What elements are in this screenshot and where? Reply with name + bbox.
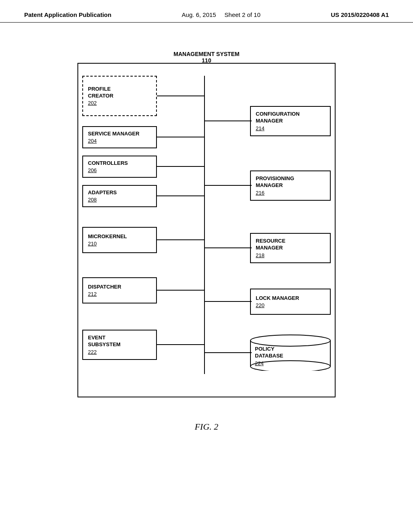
dispatcher-number: 212	[88, 291, 97, 297]
provisioning-manager-number: 216	[256, 190, 265, 196]
event-subsystem-label: EVENTSUBSYSTEM	[88, 335, 121, 348]
service-manager-box: SERVICE MANAGER 204	[82, 126, 157, 148]
service-manager-number: 204	[88, 138, 97, 144]
adapters-number: 208	[88, 197, 97, 203]
controllers-box: CONTROLLERS 206	[82, 156, 157, 178]
adapters-label: ADAPTERS	[88, 189, 117, 196]
microkernel-number: 210	[88, 241, 97, 247]
patent-number: US 2015/0220408 A1	[331, 11, 389, 18]
page-header: Patent Application Publication Aug. 6, 2…	[0, 0, 413, 23]
figure-caption: FIG. 2	[0, 422, 413, 432]
config-manager-number: 214	[256, 125, 265, 131]
sheet-info: Sheet 2 of 10	[225, 11, 261, 18]
profile-creator-number: 202	[88, 100, 97, 106]
resource-manager-box: RESOURCEMANAGER 218	[250, 233, 331, 263]
provisioning-manager-box: PROVISIONINGMANAGER 216	[250, 170, 331, 201]
lock-manager-number: 220	[256, 302, 265, 308]
diagram-container: MANAGEMENT SYSTEM 110 PROFILECREATOR 202…	[0, 23, 413, 418]
controllers-number: 206	[88, 167, 97, 173]
policy-db-label: POLICYDATABASE	[255, 346, 331, 360]
microkernel-label: MICROKERNEL	[88, 233, 127, 240]
dispatcher-box: DISPATCHER 212	[82, 277, 157, 303]
patent-publication-label: Patent Application Publication	[24, 11, 111, 18]
header-center-info: Aug. 6, 2015 Sheet 2 of 10	[182, 11, 261, 18]
profile-creator-label: PROFILECREATOR	[88, 86, 113, 100]
configuration-manager-box: CONFIGURATIONMANAGER 214	[250, 106, 331, 136]
policy-database-box: POLICYDATABASE 224	[250, 335, 331, 371]
controllers-label: CONTROLLERS	[88, 160, 128, 167]
lock-manager-label: LOCK MANAGER	[256, 295, 299, 302]
microkernel-box: MICROKERNEL 210	[82, 227, 157, 253]
config-manager-label: CONFIGURATIONMANAGER	[256, 111, 300, 125]
publication-date: Aug. 6, 2015	[182, 11, 216, 18]
management-system-title: MANAGEMENT SYSTEM 110	[173, 51, 239, 64]
service-manager-label: SERVICE MANAGER	[88, 131, 140, 137]
main-diagram: MANAGEMENT SYSTEM 110 PROFILECREATOR 202…	[69, 47, 344, 409]
dispatcher-label: DISPATCHER	[88, 284, 121, 291]
outer-box-number: 110	[173, 57, 239, 64]
event-subsystem-number: 222	[88, 349, 97, 355]
policy-db-number: 224	[255, 360, 331, 366]
adapters-box: ADAPTERS 208	[82, 185, 157, 207]
management-system-box: MANAGEMENT SYSTEM 110 PROFILECREATOR 202…	[77, 63, 336, 397]
provisioning-manager-label: PROVISIONINGMANAGER	[256, 175, 294, 189]
resource-manager-number: 218	[256, 252, 265, 258]
profile-creator-box: PROFILECREATOR 202	[82, 76, 157, 116]
lock-manager-box: LOCK MANAGER 220	[250, 289, 331, 315]
event-subsystem-box: EVENTSUBSYSTEM 222	[82, 330, 157, 360]
resource-manager-label: RESOURCEMANAGER	[256, 238, 286, 251]
